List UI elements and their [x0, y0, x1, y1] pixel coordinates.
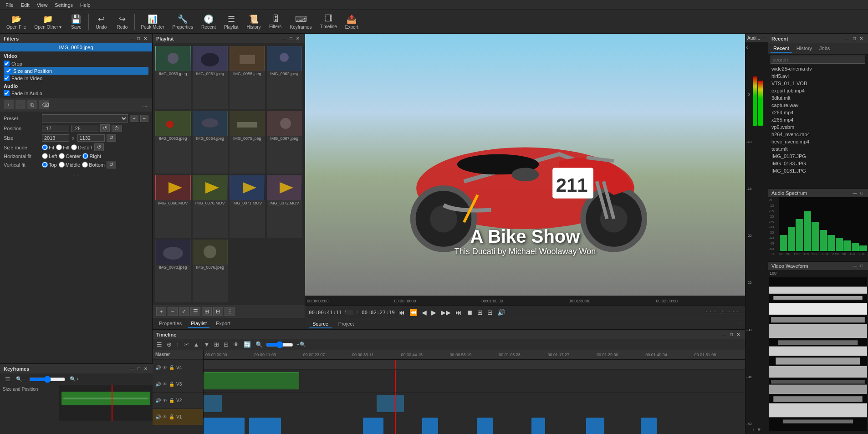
- tl-v4-clip1[interactable]: [204, 372, 299, 389]
- tl-zoom-in-btn[interactable]: +🔍: [295, 341, 307, 348]
- spectrum-maximize[interactable]: □: [859, 190, 864, 196]
- tl-snap-btn[interactable]: ⊟: [222, 341, 230, 348]
- filter-crop[interactable]: Crop: [4, 60, 148, 67]
- playlist-maximize[interactable]: □: [288, 36, 294, 41]
- kf-zoom-out-btn[interactable]: 🔍−: [15, 376, 26, 383]
- v4-eye-icon[interactable]: 👁: [163, 365, 167, 370]
- list-item[interactable]: IMG_0059.jpeg: [155, 46, 191, 109]
- spectrum-minimize[interactable]: —: [852, 190, 858, 196]
- preset-add-btn[interactable]: +: [130, 115, 138, 122]
- v3-eye-icon[interactable]: 👁: [163, 382, 167, 387]
- export-button[interactable]: 📤 Export: [342, 13, 362, 31]
- vw-minimize[interactable]: —: [852, 263, 858, 269]
- save-button[interactable]: 💾 Save: [66, 13, 86, 31]
- list-item[interactable]: IMG_0062.jpeg: [267, 46, 302, 109]
- vfit-top[interactable]: Top: [42, 162, 57, 168]
- tl-ripple-btn[interactable]: ⊞: [213, 341, 220, 348]
- recent-item[interactable]: capture.wav: [768, 102, 868, 109]
- tl-v2-clip8[interactable]: [641, 418, 657, 434]
- play-all-btn[interactable]: ▶▶: [440, 308, 452, 317]
- vol-btn[interactable]: 🔊: [496, 308, 506, 317]
- vfit-bottom[interactable]: Bottom: [82, 162, 105, 168]
- recent-item[interactable]: hiri5.avi: [768, 72, 868, 80]
- kf-maximize[interactable]: □: [136, 366, 142, 372]
- pl-add-btn[interactable]: +: [156, 307, 166, 316]
- playlist-close[interactable]: ✕: [295, 36, 301, 41]
- kf-close[interactable]: ✕: [143, 366, 149, 372]
- filter-fv-check[interactable]: [4, 75, 10, 81]
- hfit-center[interactable]: Center: [59, 153, 81, 159]
- v3-lock-icon[interactable]: 🔓: [169, 382, 174, 387]
- hfit-left[interactable]: Left: [42, 153, 57, 159]
- list-item[interactable]: IMG_0076.jpeg: [193, 240, 228, 302]
- recent-item[interactable]: export job.mp4: [768, 87, 868, 94]
- tl-scrub-btn[interactable]: 👁: [232, 341, 240, 348]
- tl-v4-track[interactable]: [204, 370, 745, 393]
- list-item[interactable]: IMG_0058.jpeg: [230, 46, 265, 109]
- recent-button[interactable]: 🕐 Recent: [198, 13, 220, 31]
- history-button[interactable]: 📜 History: [243, 13, 264, 31]
- size-h-input[interactable]: [77, 134, 105, 142]
- tl-v2-track[interactable]: [204, 415, 745, 434]
- tl-zoom-out-btn[interactable]: 🔍: [254, 341, 264, 348]
- tab-playlist[interactable]: Playlist: [188, 320, 209, 328]
- preset-select[interactable]: [42, 114, 128, 123]
- pl-list-view-btn[interactable]: ☰: [190, 307, 200, 316]
- filter-paste-btn[interactable]: ⌫: [39, 100, 49, 109]
- tl-cut-btn[interactable]: ✂: [183, 341, 190, 348]
- open-other-button[interactable]: 📁 Open Other ▾: [31, 13, 65, 31]
- preset-remove-btn[interactable]: −: [140, 115, 148, 122]
- recent-item[interactable]: IMG_0181.JPG: [768, 167, 868, 174]
- list-item[interactable]: IMG_0064.jpeg: [193, 111, 228, 174]
- tl-v2-clip1[interactable]: [204, 418, 245, 434]
- list-item[interactable]: IMG_0061.jpeg: [193, 46, 228, 109]
- playlist-minimize[interactable]: —: [280, 36, 287, 41]
- menu-help[interactable]: Help: [77, 1, 94, 9]
- list-item[interactable]: IMG_0075.jpeg: [230, 111, 265, 174]
- filter-fade-video[interactable]: Fade In Video: [4, 75, 148, 82]
- kf-zoom-slider[interactable]: [29, 376, 66, 383]
- recent-item[interactable]: hevc_nvenc.mp4: [768, 138, 868, 145]
- vw-maximize[interactable]: □: [859, 263, 864, 269]
- v4-audio-icon[interactable]: 🔊: [155, 365, 161, 370]
- v2-lock-icon[interactable]: 🔓: [169, 398, 174, 403]
- size-mode-distort[interactable]: Distort: [71, 144, 92, 150]
- menu-settings[interactable]: Settings: [51, 1, 77, 9]
- recent-search-input[interactable]: [771, 56, 865, 64]
- size-reset-btn[interactable]: ↺: [107, 134, 116, 142]
- position-x-input[interactable]: [42, 125, 69, 132]
- tl-lift-btn[interactable]: ↑: [175, 341, 181, 348]
- open-file-button[interactable]: 📂 Open File: [3, 13, 30, 31]
- tl-track-down-btn[interactable]: ▼: [202, 341, 211, 348]
- tl-v3-clip1[interactable]: [204, 395, 222, 412]
- menu-file[interactable]: File: [2, 1, 17, 9]
- recent-tab-jobs[interactable]: Jobs: [817, 45, 832, 53]
- pl-check-btn[interactable]: ✓: [179, 307, 189, 316]
- list-item[interactable]: IMG_0063.jpeg: [155, 111, 191, 174]
- undo-button[interactable]: ↩ Undo: [91, 13, 111, 31]
- v3-audio-icon[interactable]: 🔊: [155, 382, 161, 387]
- filter-copy-btn[interactable]: ⧉: [27, 100, 37, 109]
- v1-audio-icon[interactable]: 🔊: [155, 414, 161, 419]
- tl-v2-clip2[interactable]: [249, 418, 281, 434]
- timeline-content[interactable]: 00:00:00:00 00:00:11:03 00:00:22:07 00:0…: [204, 350, 745, 434]
- tl-v2-clip7[interactable]: [586, 418, 604, 434]
- recent-item[interactable]: IMG_0183.JPG: [768, 160, 868, 167]
- prev-frame-btn[interactable]: ⏪: [408, 308, 418, 317]
- tl-v2-clip5[interactable]: [477, 418, 493, 434]
- kf-menu-btn[interactable]: ☰: [4, 375, 12, 383]
- tl-minimize[interactable]: —: [720, 332, 728, 337]
- toggle-btn[interactable]: ⊞: [476, 308, 484, 317]
- properties-button[interactable]: 🔧 Properties: [169, 13, 197, 31]
- pl-remove-btn[interactable]: −: [168, 307, 178, 316]
- filters-button[interactable]: 🎛 Filters: [266, 13, 286, 31]
- position-keyframe-btn[interactable]: ⏱: [112, 125, 122, 132]
- tab-source[interactable]: Source: [309, 320, 332, 328]
- v4-lock-icon[interactable]: 🔓: [169, 365, 174, 370]
- recent-item[interactable]: vp9.webm: [768, 123, 868, 131]
- recent-item[interactable]: wide25-cinema.dv: [768, 65, 868, 72]
- filter-crop-check[interactable]: [4, 61, 10, 66]
- position-y-input[interactable]: [71, 125, 98, 132]
- recent-tab-recent[interactable]: Recent: [771, 45, 792, 53]
- tab-properties[interactable]: Properties: [156, 320, 184, 328]
